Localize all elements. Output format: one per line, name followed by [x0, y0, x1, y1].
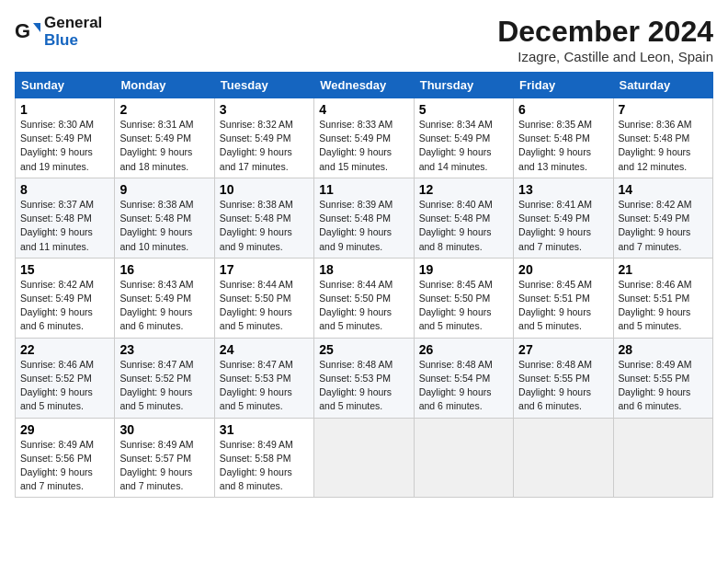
day-number: 23 — [119, 342, 209, 357]
day-number: 17 — [220, 262, 309, 277]
day-info: Sunrise: 8:37 AM Sunset: 5:48 PM Dayligh… — [20, 198, 109, 254]
day-info: Sunrise: 8:44 AM Sunset: 5:50 PM Dayligh… — [220, 278, 309, 334]
day-number: 20 — [518, 262, 608, 277]
day-number: 30 — [119, 422, 209, 437]
table-row: 8 Sunrise: 8:37 AM Sunset: 5:48 PM Dayli… — [16, 178, 115, 258]
day-info: Sunrise: 8:47 AM Sunset: 5:52 PM Dayligh… — [119, 358, 209, 414]
table-row: 26 Sunrise: 8:48 AM Sunset: 5:54 PM Dayl… — [414, 338, 513, 418]
day-number: 25 — [319, 342, 408, 357]
day-info: Sunrise: 8:45 AM Sunset: 5:51 PM Dayligh… — [518, 278, 608, 334]
day-number: 31 — [220, 422, 309, 437]
col-thursday: Thursday — [414, 73, 513, 98]
day-info: Sunrise: 8:41 AM Sunset: 5:49 PM Dayligh… — [518, 198, 608, 254]
day-info: Sunrise: 8:43 AM Sunset: 5:49 PM Dayligh… — [119, 278, 209, 334]
day-info: Sunrise: 8:42 AM Sunset: 5:49 PM Dayligh… — [619, 198, 708, 254]
day-info: Sunrise: 8:38 AM Sunset: 5:48 PM Dayligh… — [119, 198, 209, 254]
table-row: 4 Sunrise: 8:33 AM Sunset: 5:49 PM Dayli… — [314, 98, 414, 178]
table-row: 12 Sunrise: 8:40 AM Sunset: 5:48 PM Dayl… — [414, 178, 513, 258]
calendar-week-row: 22 Sunrise: 8:46 AM Sunset: 5:52 PM Dayl… — [16, 338, 713, 418]
day-number: 28 — [619, 342, 708, 357]
table-row: 13 Sunrise: 8:41 AM Sunset: 5:49 PM Dayl… — [514, 178, 613, 258]
day-number: 18 — [319, 262, 408, 277]
day-number: 6 — [518, 102, 608, 117]
day-number: 19 — [419, 262, 508, 277]
month-title: December 2024 — [497, 15, 713, 49]
day-info: Sunrise: 8:49 AM Sunset: 5:55 PM Dayligh… — [619, 358, 708, 414]
day-number: 1 — [20, 102, 109, 117]
day-number: 3 — [220, 102, 309, 117]
table-row: 28 Sunrise: 8:49 AM Sunset: 5:55 PM Dayl… — [613, 338, 712, 418]
table-row: 30 Sunrise: 8:49 AM Sunset: 5:57 PM Dayl… — [115, 418, 214, 498]
day-info: Sunrise: 8:30 AM Sunset: 5:49 PM Dayligh… — [20, 118, 109, 174]
empty-cell — [514, 418, 613, 498]
day-number: 14 — [619, 182, 708, 197]
day-number: 11 — [319, 182, 408, 197]
calendar-week-row: 1 Sunrise: 8:30 AM Sunset: 5:49 PM Dayli… — [16, 98, 713, 178]
day-number: 12 — [419, 182, 508, 197]
day-number: 27 — [518, 342, 608, 357]
calendar-week-row: 8 Sunrise: 8:37 AM Sunset: 5:48 PM Dayli… — [16, 178, 713, 258]
page-header: G General Blue December 2024 Izagre, Cas… — [15, 15, 713, 64]
table-row: 27 Sunrise: 8:48 AM Sunset: 5:55 PM Dayl… — [514, 338, 613, 418]
day-number: 7 — [619, 102, 708, 117]
day-info: Sunrise: 8:33 AM Sunset: 5:49 PM Dayligh… — [319, 118, 408, 174]
day-number: 13 — [518, 182, 608, 197]
svg-text:G: G — [15, 19, 30, 42]
day-number: 24 — [220, 342, 309, 357]
calendar-table: Sunday Monday Tuesday Wednesday Thursday… — [15, 72, 713, 498]
day-info: Sunrise: 8:36 AM Sunset: 5:48 PM Dayligh… — [619, 118, 708, 174]
title-area: December 2024 Izagre, Castille and Leon,… — [497, 15, 713, 64]
table-row: 24 Sunrise: 8:47 AM Sunset: 5:53 PM Dayl… — [214, 338, 313, 418]
day-info: Sunrise: 8:38 AM Sunset: 5:48 PM Dayligh… — [220, 198, 309, 254]
day-info: Sunrise: 8:40 AM Sunset: 5:48 PM Dayligh… — [419, 198, 508, 254]
table-row: 16 Sunrise: 8:43 AM Sunset: 5:49 PM Dayl… — [115, 258, 214, 338]
table-row: 20 Sunrise: 8:45 AM Sunset: 5:51 PM Dayl… — [514, 258, 613, 338]
day-number: 15 — [20, 262, 109, 277]
day-number: 26 — [419, 342, 508, 357]
table-row: 14 Sunrise: 8:42 AM Sunset: 5:49 PM Dayl… — [613, 178, 712, 258]
day-info: Sunrise: 8:46 AM Sunset: 5:51 PM Dayligh… — [619, 278, 708, 334]
calendar-week-row: 15 Sunrise: 8:42 AM Sunset: 5:49 PM Dayl… — [16, 258, 713, 338]
table-row: 11 Sunrise: 8:39 AM Sunset: 5:48 PM Dayl… — [314, 178, 414, 258]
table-row: 2 Sunrise: 8:31 AM Sunset: 5:49 PM Dayli… — [115, 98, 214, 178]
day-info: Sunrise: 8:34 AM Sunset: 5:49 PM Dayligh… — [419, 118, 508, 174]
table-row: 3 Sunrise: 8:32 AM Sunset: 5:49 PM Dayli… — [214, 98, 313, 178]
table-row: 23 Sunrise: 8:47 AM Sunset: 5:52 PM Dayl… — [115, 338, 214, 418]
col-sunday: Sunday — [16, 73, 115, 98]
day-number: 9 — [119, 182, 209, 197]
logo-line2: Blue — [44, 32, 102, 50]
table-row: 5 Sunrise: 8:34 AM Sunset: 5:49 PM Dayli… — [414, 98, 513, 178]
day-info: Sunrise: 8:46 AM Sunset: 5:52 PM Dayligh… — [20, 358, 109, 414]
location-subtitle: Izagre, Castille and Leon, Spain — [497, 49, 713, 64]
table-row: 9 Sunrise: 8:38 AM Sunset: 5:48 PM Dayli… — [115, 178, 214, 258]
table-row: 29 Sunrise: 8:49 AM Sunset: 5:56 PM Dayl… — [16, 418, 115, 498]
logo: G General Blue — [15, 15, 102, 49]
day-number: 8 — [20, 182, 109, 197]
table-row: 6 Sunrise: 8:35 AM Sunset: 5:48 PM Dayli… — [514, 98, 613, 178]
empty-cell — [314, 418, 414, 498]
table-row: 17 Sunrise: 8:44 AM Sunset: 5:50 PM Dayl… — [214, 258, 313, 338]
table-row: 18 Sunrise: 8:44 AM Sunset: 5:50 PM Dayl… — [314, 258, 414, 338]
day-number: 5 — [419, 102, 508, 117]
day-info: Sunrise: 8:45 AM Sunset: 5:50 PM Dayligh… — [419, 278, 508, 334]
header-row: Sunday Monday Tuesday Wednesday Thursday… — [16, 73, 713, 98]
logo-icon: G — [15, 19, 40, 45]
day-number: 21 — [619, 262, 708, 277]
day-info: Sunrise: 8:49 AM Sunset: 5:57 PM Dayligh… — [119, 438, 209, 494]
day-info: Sunrise: 8:32 AM Sunset: 5:49 PM Dayligh… — [220, 118, 309, 174]
col-wednesday: Wednesday — [314, 73, 414, 98]
day-number: 10 — [220, 182, 309, 197]
calendar-week-row: 29 Sunrise: 8:49 AM Sunset: 5:56 PM Dayl… — [16, 418, 713, 498]
table-row: 19 Sunrise: 8:45 AM Sunset: 5:50 PM Dayl… — [414, 258, 513, 338]
table-row: 31 Sunrise: 8:49 AM Sunset: 5:58 PM Dayl… — [214, 418, 313, 498]
svg-marker-1 — [33, 23, 40, 32]
day-info: Sunrise: 8:47 AM Sunset: 5:53 PM Dayligh… — [220, 358, 309, 414]
day-info: Sunrise: 8:49 AM Sunset: 5:56 PM Dayligh… — [20, 438, 109, 494]
table-row: 25 Sunrise: 8:48 AM Sunset: 5:53 PM Dayl… — [314, 338, 414, 418]
day-info: Sunrise: 8:49 AM Sunset: 5:58 PM Dayligh… — [220, 438, 309, 494]
table-row: 21 Sunrise: 8:46 AM Sunset: 5:51 PM Dayl… — [613, 258, 712, 338]
day-info: Sunrise: 8:31 AM Sunset: 5:49 PM Dayligh… — [119, 118, 209, 174]
table-row: 1 Sunrise: 8:30 AM Sunset: 5:49 PM Dayli… — [16, 98, 115, 178]
day-info: Sunrise: 8:42 AM Sunset: 5:49 PM Dayligh… — [20, 278, 109, 334]
col-friday: Friday — [514, 73, 613, 98]
